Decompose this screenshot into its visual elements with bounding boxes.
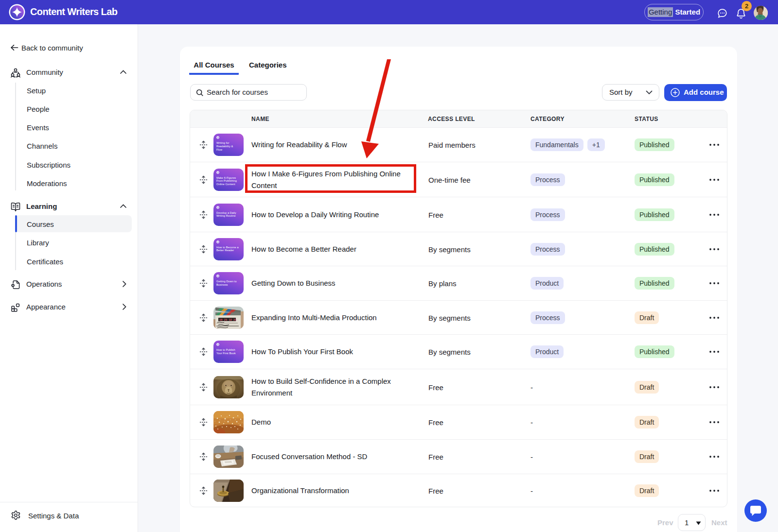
svg-text:16 21 32 21: 16 21 32 21 — [219, 318, 237, 321]
